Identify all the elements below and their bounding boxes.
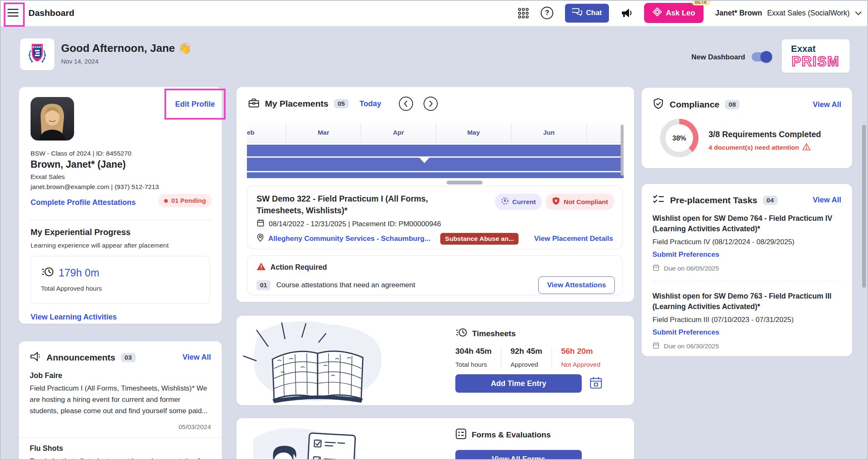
action-count-badge: 01 [257,280,270,290]
not-compliant-badge: Not Compliant [546,194,614,210]
task-due-date: Due on 06/05/2025 [664,265,719,272]
chat-button[interactable]: Chat [565,4,609,23]
tasks-title: Pre-placement Tasks [670,195,758,205]
megaphone-icon[interactable] [621,8,632,18]
task-due-date: Due on 06/30/2025 [664,342,719,350]
divider [19,437,222,438]
calendar-icon [652,264,660,273]
submit-preferences-link[interactable]: Submit Preferences [652,250,719,259]
placement-site-link[interactable]: Allegheny Community Services - Schaumbur… [268,235,430,243]
svg-text:EXXAT: EXXAT [33,46,42,49]
action-text: Course attestations that need an agreeme… [276,281,415,289]
profile-school: Exxat Sales [31,173,65,181]
timeline-month-header: eb Mar Apr May Jun [247,123,624,143]
pending-badge: 01 Pending [158,194,212,207]
timeline-vertical-scrollbar[interactable] [621,125,624,176]
progress-title: My Experiential Progress [31,227,131,237]
announcement-item[interactable]: Job Faire Field Practicum I (All Forms, … [30,371,211,417]
placements-timeline[interactable]: eb Mar Apr May Jun [247,123,624,186]
announcements-card: Announcements 03 View All Job Faire Fiel… [19,341,222,460]
view-attestations-button[interactable]: View Attestations [538,276,615,294]
edit-profile-link[interactable]: Edit Profile [175,100,215,109]
hamburger-menu-icon[interactable] [7,8,19,20]
month-label [586,123,624,142]
beta-badge: BETA [692,0,710,5]
school-logo: EXXAT [20,38,54,70]
timesheets-stats: 304h 45m Total hours 92h 45m Approved 56… [455,347,610,368]
view-placement-details-link[interactable]: View Placement Details [534,235,613,243]
ask-leo-label: Ask Leo [666,9,695,18]
gantt-bar[interactable] [247,145,624,156]
view-learning-activities-link[interactable]: View Learning Activities [31,313,117,322]
page-title: Dashboard [28,0,74,26]
chat-icon [572,8,582,19]
timeline-prev-button[interactable] [398,96,413,111]
compliance-headline: 3/8 Requirements Completed [709,130,821,139]
my-placements-card: My Placements 05 Today eb Mar Apr May Ju… [236,87,634,302]
user-menu[interactable]: Janet* Brown Exxat Sales (SocialWork) [715,9,862,18]
location-pin-icon [257,233,264,244]
announcements-count: 03 [121,353,136,362]
page-scrollbar[interactable] [862,125,866,288]
forms-icon [455,428,467,442]
compliance-warning-text: 4 document(s) need attention [709,144,799,151]
compliance-card: Compliance 08 View All 38% 3/8 Requireme… [642,88,852,168]
today-link[interactable]: Today [360,100,381,108]
ask-leo-button[interactable]: Ask Leo BETA [644,3,704,23]
announcements-view-all[interactable]: View All [182,353,211,362]
month-label: eb [247,123,286,142]
tasks-view-all[interactable]: View All [813,196,841,204]
profile-name: Brown, Janet* (Jane) [31,159,126,170]
shield-check-icon [652,98,664,111]
announcement-item[interactable]: Flu Shots Reminder that all students mus… [30,444,211,460]
timer-icon [41,266,54,279]
stat-total-hours: 304h 45m Total hours [455,347,501,368]
timesheets-card: Timesheets 304h 45m Total hours 92h 45m … [236,316,634,405]
divider [652,281,841,281]
greeting-title: Good Afternoon, Jane 👋 [61,42,192,55]
placement-dates: 08/14/2022 - 12/31/2025 | Placement ID: … [269,220,441,228]
stat-approved: 92h 45m Approved [501,347,552,368]
compliance-percent: 38% [672,134,686,142]
compliance-view-all[interactable]: View All [813,100,841,109]
checklist-icon [652,194,665,206]
profile-photo [31,97,74,141]
calendar-picker-icon[interactable] [589,376,603,391]
forms-title: Forms & Evaluations [472,430,551,440]
stat-not-approved: 56h 20m Not Approved [552,347,610,368]
placement-detail-box: SW Demo 322 - Field Practicum I (All For… [247,186,623,249]
brand-exxat: Exxat [791,44,816,54]
help-icon[interactable]: ? [541,7,553,19]
chevron-down-icon [855,9,862,18]
submit-preferences-link[interactable]: Submit Preferences [652,328,719,337]
placements-title: My Placements [265,99,329,109]
placement-tag-badge: Substance Abuse an... [440,233,519,245]
timeline-scroll-handle[interactable] [447,181,483,184]
divider [29,220,212,220]
view-all-forms-button[interactable]: View All Forms [455,450,582,460]
add-time-entry-button[interactable]: Add Time Entry [455,374,582,393]
approved-hours-value: 179h 0m [59,267,99,279]
placement-title: SW Demo 322 - Field Practicum I (All For… [257,193,453,217]
warning-triangle-icon [257,262,266,273]
timeline-next-button[interactable] [423,96,438,111]
complete-attestations-link[interactable]: Complete Profile Attestations [31,198,136,207]
warning-outline-icon [802,143,811,152]
month-label: Apr [361,123,436,142]
new-dashboard-label: New Dashboard [691,53,745,61]
profile-contact: janet.brown@example.com | (937) 512-7213 [31,183,159,191]
new-dashboard-toggle[interactable] [752,52,771,61]
user-org: Exxat Sales (SocialWork) [767,9,850,18]
task-item: Wishlist open for SW Demo 764 - Field Pr… [652,213,842,273]
timesheets-title: Timesheets [472,329,516,338]
brand-prism: PRISM [792,54,840,68]
apps-grid-icon[interactable] [518,8,529,19]
gantt-bar[interactable] [247,158,624,171]
month-label: Jun [511,123,586,142]
gantt-bar[interactable] [247,172,624,178]
announcement-date: 05/03/2024 [178,423,211,431]
chat-button-label: Chat [586,9,602,17]
annotation-edit-profile: Edit Profile [164,89,226,120]
announcements-icon [30,351,41,363]
forms-illustration [245,422,370,460]
